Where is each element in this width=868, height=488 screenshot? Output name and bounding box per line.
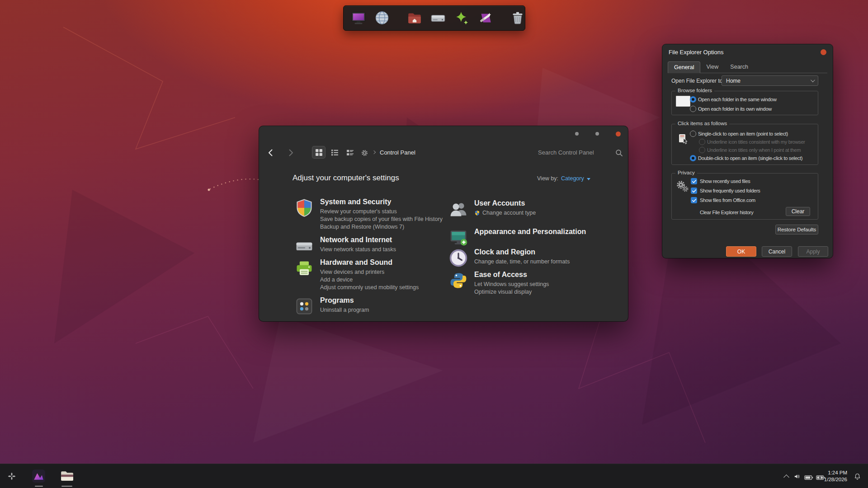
search-input[interactable]: Search Control Panel (538, 149, 594, 156)
group-label: Browse folders (675, 88, 714, 93)
clock[interactable]: 1:24 PM 1/28/2026 (823, 469, 847, 483)
home-folder-icon[interactable] (406, 9, 423, 27)
group-label: Click items as follows (675, 121, 729, 126)
clock-icon[interactable] (448, 248, 468, 268)
apply-button[interactable]: Apply (798, 246, 828, 257)
clear-history-label: Clear File Explorer history (700, 209, 753, 216)
radio-label[interactable]: Open each folder in the same window (698, 96, 777, 103)
category-link[interactable]: Uninstall a program (320, 306, 369, 314)
browser-globe-icon[interactable] (373, 9, 391, 27)
category-link[interactable]: Let Windows suggest settings (474, 281, 549, 288)
battery-icon[interactable] (804, 474, 813, 482)
category-link[interactable]: Change date, time, or number formats (474, 258, 570, 266)
checkbox-office-files[interactable] (691, 197, 697, 203)
view-by-label: View by: (537, 175, 558, 182)
close-button[interactable] (616, 131, 621, 136)
tab-search[interactable]: Search (724, 61, 754, 73)
checkbox-label[interactable]: Show recently used files (700, 178, 750, 184)
category-link[interactable]: Optimize visual display (474, 288, 549, 296)
trash-icon[interactable] (509, 9, 526, 27)
category-link[interactable]: Change account type (474, 209, 536, 217)
green-printer-icon[interactable] (294, 258, 314, 278)
file-explorer-options-dialog: File Explorer Options General View Searc… (662, 44, 833, 258)
category-title[interactable]: Ease of Access (474, 270, 549, 279)
tweaks-wand-icon[interactable] (476, 9, 494, 27)
radio-underline-consistent[interactable] (699, 139, 705, 145)
display-icon[interactable] (350, 9, 367, 27)
uac-shield-icon (474, 210, 480, 216)
category-appearance-personalization: Appearance and Personalization (448, 227, 616, 248)
tiles-view-button[interactable] (344, 146, 356, 158)
category-link[interactable]: View network status and tasks (320, 246, 396, 253)
radio-label[interactable]: Underline icon titles only when I point … (707, 147, 801, 153)
category-title[interactable]: Clock and Region (474, 247, 570, 257)
category-link[interactable]: Review your computer's status (320, 208, 443, 216)
show-hidden-icons-chevron[interactable] (783, 474, 789, 480)
radio-own-window[interactable] (690, 106, 696, 112)
radio-same-window[interactable] (690, 96, 696, 103)
maximize-button[interactable] (595, 132, 599, 136)
category-title[interactable]: System and Security (320, 197, 443, 206)
category-link[interactable]: Adjust commonly used mobility settings (320, 284, 419, 291)
ease-of-access-icon[interactable] (448, 271, 468, 291)
control-panel-gear-icon[interactable] (359, 148, 369, 158)
breadcrumb[interactable]: Control Panel (380, 149, 415, 156)
category-link[interactable]: Add a device (320, 276, 419, 284)
tab-view[interactable]: View (700, 61, 724, 73)
radio-double-click[interactable] (690, 155, 696, 161)
running-indicator (61, 486, 72, 487)
monitor-plus-icon[interactable] (448, 228, 468, 248)
category-title[interactable]: User Accounts (474, 198, 536, 208)
radio-label[interactable]: Underline icon titles consistent with my… (707, 139, 805, 145)
radio-underline-point[interactable] (699, 147, 705, 153)
taskbar-app-icon-files[interactable] (59, 469, 74, 485)
breadcrumb-chevron-icon (372, 150, 376, 154)
checkbox-label[interactable]: Show frequently used folders (700, 188, 760, 194)
radio-label[interactable]: Open each folder in its own window (698, 106, 772, 112)
radio-label[interactable]: Single-click to open an item (point to s… (698, 131, 788, 137)
programs-grid-icon[interactable] (294, 296, 314, 316)
chevron-down-icon[interactable] (587, 178, 590, 180)
cancel-button[interactable]: Cancel (762, 246, 792, 257)
category-link[interactable]: View devices and printers (320, 268, 419, 276)
category-title[interactable]: Appearance and Personalization (474, 227, 586, 236)
category-title[interactable]: Programs (320, 296, 369, 305)
restore-defaults-button[interactable]: Restore Defaults (775, 225, 818, 235)
dock (343, 5, 525, 31)
drive-icon[interactable] (429, 9, 447, 27)
view-by-value[interactable]: Category (561, 175, 584, 182)
checkbox-label[interactable]: Show files from Office.com (700, 197, 755, 203)
tab-general[interactable]: General (668, 61, 700, 73)
category-hardware-and-sound: Hardware and Sound View devices and prin… (294, 258, 462, 291)
sparkle-extensions-icon[interactable] (453, 9, 470, 27)
users-icon[interactable] (448, 199, 468, 219)
clear-button[interactable]: Clear (786, 207, 810, 216)
search-icon[interactable] (614, 148, 623, 157)
checkbox-frequent-folders[interactable] (691, 188, 697, 194)
category-link-label[interactable]: Change account type (482, 209, 536, 217)
open-to-dropdown[interactable]: Home (722, 75, 818, 86)
network-drive-icon[interactable] (294, 236, 314, 256)
checkbox-recent-files[interactable] (691, 178, 697, 184)
category-user-accounts: User Accounts Change account type (448, 198, 616, 219)
back-button[interactable] (265, 147, 276, 158)
category-title[interactable]: Hardware and Sound (320, 258, 419, 267)
radio-label[interactable]: Double-click to open an item (single-cli… (698, 155, 802, 161)
taskbar-app-icon-1[interactable] (31, 469, 46, 485)
radio-single-click[interactable] (690, 131, 696, 137)
category-ease-of-access: Ease of Access Let Windows suggest setti… (448, 270, 616, 296)
category-link[interactable]: Backup and Restore (Windows 7) (320, 223, 443, 231)
pinwheel-icon[interactable] (7, 472, 16, 483)
time: 1:24 PM (823, 469, 847, 476)
ok-button[interactable]: OK (726, 246, 756, 257)
security-shield-icon[interactable] (294, 198, 314, 218)
category-title[interactable]: Network and Internet (320, 235, 396, 244)
list-view-button[interactable] (328, 146, 341, 158)
bell-icon[interactable] (854, 473, 861, 482)
speaker-icon[interactable] (793, 473, 801, 482)
category-link[interactable]: Save backup copies of your files with Fi… (320, 216, 443, 223)
grid-view-button[interactable] (312, 146, 325, 158)
close-icon[interactable] (821, 49, 826, 55)
forward-button[interactable] (285, 147, 296, 158)
minimize-button[interactable] (575, 132, 579, 136)
